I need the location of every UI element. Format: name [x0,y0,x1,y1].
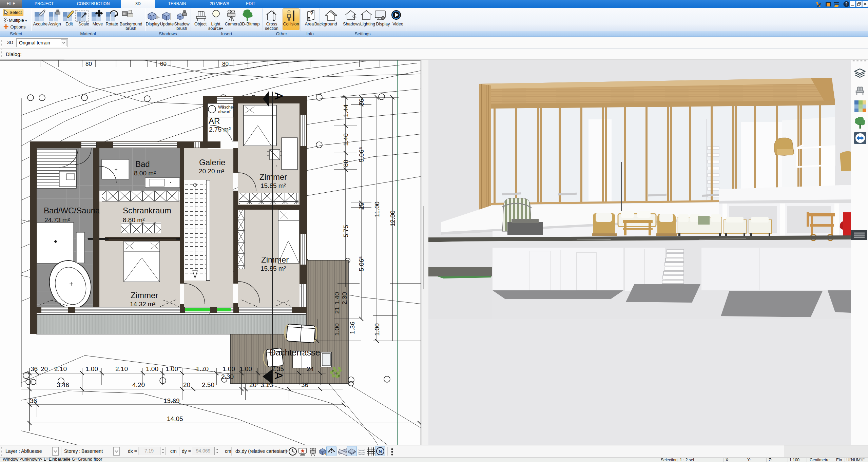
svg-text:Wäsche-: Wäsche- [218,105,234,110]
svg-text:2.10: 2.10 [115,365,128,372]
svg-text:Zimmer: Zimmer [261,255,289,264]
svg-text:24: 24 [307,365,314,372]
svg-text:2.50: 2.50 [202,381,214,388]
svg-text:1.40: 1.40 [342,133,349,146]
svg-text:4.20: 4.20 [132,381,145,388]
svg-text:Zimmer: Zimmer [259,172,287,181]
svg-text:80: 80 [160,61,167,67]
svg-text:13.69: 13.69 [163,397,180,404]
svg-text:20.20 m²: 20.20 m² [199,168,224,175]
svg-text:abwurf: abwurf [218,110,231,114]
svg-text:2.30: 2.30 [221,373,234,380]
svg-text:20: 20 [41,365,48,372]
svg-text:14.05: 14.05 [167,415,183,422]
svg-text:AR: AR [209,116,220,126]
svg-text:2.30: 2.30 [341,292,348,305]
svg-text:36: 36 [31,365,38,372]
svg-text:15.85 m²: 15.85 m² [261,265,286,272]
svg-text:1.00: 1.00 [146,365,158,372]
svg-text:Zimmer: Zimmer [131,291,158,300]
svg-text:24.73 m²: 24.73 m² [44,216,70,224]
svg-text:12.00: 12.00 [389,210,396,227]
svg-text:Schrankraum: Schrankraum [123,206,171,215]
svg-text:3.13: 3.13 [261,381,273,388]
svg-text:80: 80 [222,61,229,67]
svg-text:15.85 m²: 15.85 m² [261,182,286,189]
svg-text:Galerie: Galerie [199,158,225,167]
svg-text:8.80 m²: 8.80 m² [123,216,144,224]
svg-text:2.75 m²: 2.75 m² [209,126,231,133]
svg-text:Bad/WC/Sauna: Bad/WC/Sauna [44,206,100,215]
svg-text:3.46: 3.46 [57,381,69,388]
svg-text:1.00: 1.00 [223,365,235,372]
svg-text:1.00: 1.00 [166,365,178,372]
svg-text:1.00: 1.00 [333,323,341,336]
svg-text:2.35: 2.35 [271,365,284,372]
svg-text:Bad: Bad [135,159,150,169]
svg-text:5.06⁵: 5.06⁵ [358,256,365,271]
svg-text:Dachterrasse: Dachterrasse [270,348,320,357]
svg-text:11.00: 11.00 [373,201,381,217]
svg-text:36: 36 [358,99,365,106]
svg-text:1.36: 1.36 [349,322,356,334]
svg-text:1.00: 1.00 [85,365,98,372]
svg-text:A: A [272,372,285,379]
svg-text:5.06⁵: 5.06⁵ [358,147,365,162]
svg-text:2.10: 2.10 [54,365,67,372]
svg-text:?: ? [845,2,847,6]
svg-text:20: 20 [249,381,256,388]
svg-text:1.70: 1.70 [196,365,209,372]
svg-text:21: 21 [333,307,341,314]
svg-text:?: ? [310,10,313,17]
svg-text:36: 36 [301,381,308,388]
svg-text:N: N [379,449,382,454]
svg-text:8.00 m²: 8.00 m² [134,170,156,177]
svg-text:1.00: 1.00 [373,323,381,336]
svg-text:5.75: 5.75 [342,225,349,237]
svg-text:14.32 m²: 14.32 m² [130,301,155,308]
svg-text:80: 80 [342,160,349,167]
svg-text:A: A [272,92,285,100]
svg-text:1.00: 1.00 [239,365,252,372]
svg-text:1.44: 1.44 [342,104,349,117]
svg-text:36: 36 [30,397,37,404]
svg-text:15: 15 [358,203,365,210]
svg-text:80: 80 [85,61,92,67]
svg-text:1.40: 1.40 [333,292,341,305]
svg-text:20: 20 [183,381,190,388]
